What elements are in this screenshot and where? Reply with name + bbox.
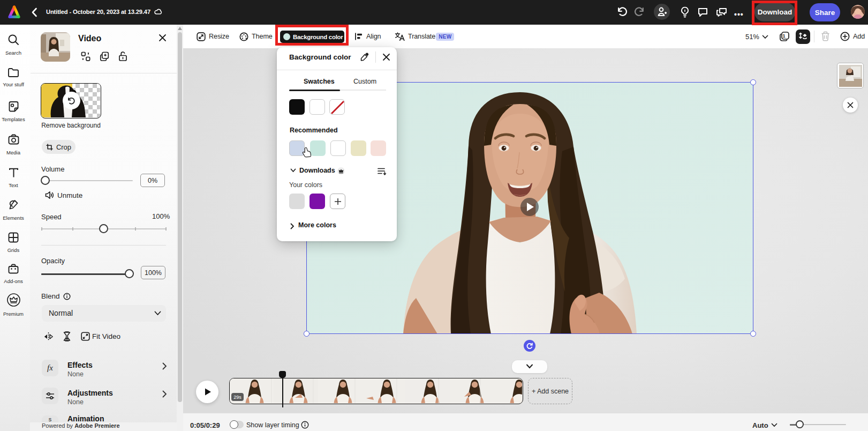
svg-text:1: 1 [782,33,785,39]
